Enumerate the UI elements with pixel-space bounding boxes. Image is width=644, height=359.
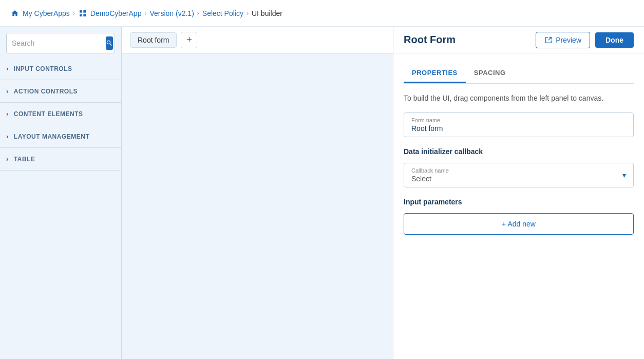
chevron-right-icon-action: › xyxy=(6,87,9,95)
apps-icon xyxy=(78,9,87,18)
svg-rect-1 xyxy=(83,10,86,13)
sidebar-item-layout-management[interactable]: › LAYOUT MANAGEMENT xyxy=(0,125,121,148)
breadcrumb-sep-2: › xyxy=(144,10,146,17)
sidebar: › INPUT CONTROLS › ACTION CONTROLS › CON… xyxy=(0,27,122,359)
add-new-button[interactable]: + Add new xyxy=(404,213,634,235)
sidebar-item-content-elements[interactable]: › CONTENT ELEMENTS xyxy=(0,103,121,125)
tab-spacing[interactable]: SPACING xyxy=(466,64,514,83)
search-box[interactable] xyxy=(6,33,115,53)
panel-tabs: PROPERTIES SPACING xyxy=(404,64,634,84)
breadcrumb-item-democyberapp[interactable]: DemoCyberApp xyxy=(78,9,142,18)
main-layout: › INPUT CONTROLS › ACTION CONTROLS › CON… xyxy=(0,27,644,359)
breadcrumb-sep-1: › xyxy=(73,10,75,17)
breadcrumb-sep-3: › xyxy=(197,10,199,17)
sidebar-item-input-controls[interactable]: › INPUT CONTROLS xyxy=(0,58,121,80)
sidebar-item-action-controls[interactable]: › ACTION CONTROLS xyxy=(0,80,121,103)
sidebar-item-table[interactable]: › TABLE xyxy=(0,148,121,171)
canvas-tabs: Root form + xyxy=(122,27,393,53)
canvas-area: Root form + xyxy=(122,27,393,359)
breadcrumb-sep-4: › xyxy=(247,10,249,17)
right-panel-header: Root Form Preview Done xyxy=(393,27,644,53)
chevron-right-icon-content: › xyxy=(6,110,9,118)
chevron-right-icon-table: › xyxy=(6,155,9,163)
search-input[interactable] xyxy=(12,39,102,47)
breadcrumb-bar: My CyberApps › DemoCyberApp › Version (v… xyxy=(0,0,644,27)
preview-button[interactable]: Preview xyxy=(536,32,590,48)
header-buttons: Preview Done xyxy=(536,32,634,48)
tab-properties[interactable]: PROPERTIES xyxy=(404,64,466,83)
breadcrumb-item-select-policy[interactable]: Select Policy xyxy=(202,9,243,17)
hint-text: To build the UI, drag components from th… xyxy=(404,94,634,102)
canvas-body xyxy=(122,53,393,359)
canvas-tab-root-form[interactable]: Root form xyxy=(130,32,177,48)
form-name-field[interactable]: Form name Root form xyxy=(404,112,634,137)
breadcrumb-item-version[interactable]: Version (v2.1) xyxy=(149,9,194,17)
svg-rect-2 xyxy=(80,14,82,16)
input-params-label: Input parameters xyxy=(404,198,634,206)
right-panel-title: Root Form xyxy=(404,34,456,46)
callback-name-label: Callback name xyxy=(411,167,449,174)
right-panel: Root Form Preview Done PROPERTIES SPACIN… xyxy=(393,27,644,359)
breadcrumb-item-mycyberapps[interactable]: My CyberApps xyxy=(10,9,70,18)
svg-rect-0 xyxy=(80,10,82,13)
dropdown-arrow-icon: ▾ xyxy=(622,171,626,179)
home-icon xyxy=(10,9,20,18)
svg-rect-3 xyxy=(83,14,86,16)
form-name-value: Root form xyxy=(411,124,626,133)
done-button[interactable]: Done xyxy=(595,32,634,48)
right-panel-body: PROPERTIES SPACING To build the UI, drag… xyxy=(393,53,644,245)
search-button[interactable] xyxy=(106,36,113,50)
chevron-right-icon-input: › xyxy=(6,65,9,72)
form-name-label: Form name xyxy=(411,117,626,123)
callback-name-value: Select xyxy=(411,175,449,183)
canvas-add-tab-button[interactable]: + xyxy=(181,32,197,48)
data-initializer-label: Data initializer callback xyxy=(404,147,634,156)
callback-name-select[interactable]: Callback name Select ▾ xyxy=(404,163,634,187)
chevron-right-icon-layout: › xyxy=(6,133,9,140)
breadcrumb-item-ui-builder: UI builder xyxy=(252,9,282,17)
